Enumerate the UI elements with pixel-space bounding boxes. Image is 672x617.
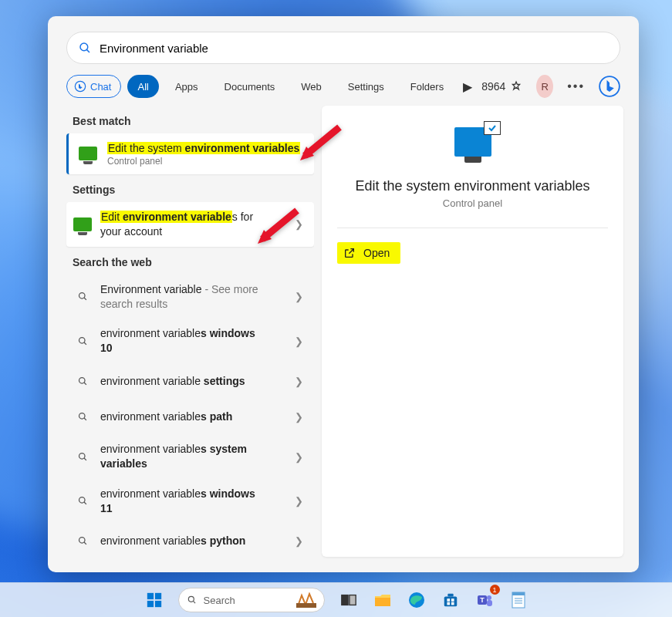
user-avatar[interactable]: R	[536, 75, 553, 98]
section-best-match: Best match	[73, 115, 308, 127]
search-icon	[73, 531, 93, 551]
web-result-title: environment variables windows 10	[100, 326, 270, 356]
svg-line-7	[84, 342, 86, 345]
chevron-right-icon: ❯	[295, 495, 308, 507]
svg-rect-32	[451, 598, 454, 602]
filter-documents[interactable]: Documents	[214, 75, 285, 98]
annotation-arrow	[255, 207, 301, 252]
filter-web[interactable]: Web	[291, 75, 332, 98]
svg-line-13	[84, 458, 86, 460]
svg-rect-40	[512, 592, 525, 595]
open-button-label: Open	[363, 247, 390, 259]
svg-rect-27	[375, 598, 390, 606]
notepad-button[interactable]	[504, 585, 533, 615]
edge-button[interactable]	[402, 585, 431, 615]
svg-rect-33	[447, 602, 450, 605]
svg-rect-26	[349, 595, 355, 605]
web-result[interactable]: environment variables windows 10❯	[66, 319, 314, 363]
web-result-title: environment variables windows 11	[100, 487, 270, 516]
web-result[interactable]: environment variables python❯	[66, 524, 314, 559]
search-icon	[78, 41, 92, 55]
search-icon	[73, 371, 93, 391]
best-match-result[interactable]: Edit the system environment variables Co…	[66, 133, 314, 174]
task-view-button[interactable]	[334, 585, 363, 615]
taskbar-search-placeholder: Search	[204, 595, 235, 606]
svg-rect-29	[444, 596, 457, 606]
svg-point-16	[79, 538, 85, 544]
svg-line-1	[86, 49, 89, 52]
chat-chip-label: Chat	[90, 81, 111, 93]
filter-settings[interactable]: Settings	[338, 75, 394, 98]
svg-line-23	[193, 601, 195, 603]
svg-rect-24	[296, 603, 316, 608]
preview-card: Edit the system environment variables Co…	[322, 106, 623, 557]
search-icon	[73, 287, 93, 307]
filter-more-icon[interactable]: ▶	[460, 79, 475, 94]
svg-rect-21	[154, 601, 160, 607]
web-result[interactable]: environment variables system variables❯	[66, 434, 314, 479]
preview-title: Edit the system environment variables	[355, 178, 589, 194]
svg-point-22	[188, 596, 194, 602]
rewards-icon	[510, 80, 522, 93]
chevron-right-icon: ❯	[295, 376, 308, 387]
svg-rect-18	[147, 593, 153, 599]
divider	[337, 228, 608, 228]
svg-text:T: T	[480, 596, 485, 604]
web-result[interactable]: Environment variable - See more search r…	[66, 275, 314, 319]
svg-point-12	[79, 453, 85, 459]
rewards-points[interactable]: 8964	[481, 80, 522, 93]
svg-point-14	[79, 497, 85, 504]
filter-all[interactable]: All	[127, 75, 158, 98]
preview-subtitle: Control panel	[443, 197, 502, 209]
chevron-right-icon: ❯	[295, 411, 308, 423]
results-column: Best match Edit the system environment v…	[48, 106, 314, 571]
teams-button[interactable]: T 1	[470, 585, 499, 615]
svg-line-5	[84, 298, 86, 300]
microsoft-store-button[interactable]	[436, 585, 465, 615]
web-result-title: environment variables system variables	[100, 442, 270, 471]
overflow-menu-icon[interactable]: •••	[567, 79, 585, 93]
preview-column: Edit the system environment variables Co…	[314, 106, 639, 571]
annotation-arrow	[297, 123, 343, 169]
chevron-right-icon: ❯	[295, 335, 308, 347]
svg-point-8	[79, 377, 85, 383]
file-explorer-button[interactable]	[368, 585, 397, 615]
web-result[interactable]: environment variable settings❯	[66, 363, 314, 399]
svg-point-4	[79, 293, 85, 299]
web-result-title: environment variables python	[100, 534, 245, 548]
section-web: Search the web	[73, 256, 308, 268]
svg-point-6	[79, 337, 85, 343]
bing-chat-icon	[74, 80, 86, 93]
filter-apps[interactable]: Apps	[165, 75, 208, 98]
web-result[interactable]: environment variables path❯	[66, 399, 314, 434]
search-input[interactable]	[100, 42, 609, 55]
web-result[interactable]: environment variables windows 11❯	[66, 479, 314, 524]
svg-rect-25	[341, 595, 347, 605]
search-icon	[73, 331, 93, 351]
settings-icon	[73, 214, 93, 234]
system-properties-icon	[76, 142, 100, 165]
bing-icon[interactable]	[599, 76, 620, 97]
svg-rect-30	[447, 594, 453, 597]
taskbar-search-accent-icon	[296, 592, 316, 608]
settings-result-title: Edit environment variables for your acco…	[100, 210, 255, 239]
svg-rect-19	[154, 593, 160, 599]
filter-folders[interactable]: Folders	[400, 75, 454, 98]
taskbar: Search T 1	[0, 582, 672, 617]
filter-row: Chat All Apps Documents Web Settings Fol…	[66, 75, 620, 98]
web-result-title: environment variable settings	[100, 374, 245, 389]
svg-rect-38	[487, 600, 492, 606]
best-match-title: Edit the system environment variables	[107, 141, 300, 156]
svg-line-17	[84, 542, 86, 545]
chevron-right-icon: ❯	[295, 291, 308, 302]
start-button[interactable]	[140, 585, 169, 615]
chat-chip[interactable]: Chat	[66, 75, 121, 98]
chevron-right-icon: ❯	[295, 451, 308, 463]
svg-point-10	[79, 413, 85, 419]
search-bar[interactable]	[66, 32, 620, 64]
search-panel: Chat All Apps Documents Web Settings Fol…	[48, 16, 639, 572]
taskbar-search[interactable]: Search	[178, 588, 325, 612]
preview-app-icon	[454, 127, 491, 163]
open-button[interactable]: Open	[337, 242, 400, 264]
svg-rect-34	[451, 602, 454, 605]
